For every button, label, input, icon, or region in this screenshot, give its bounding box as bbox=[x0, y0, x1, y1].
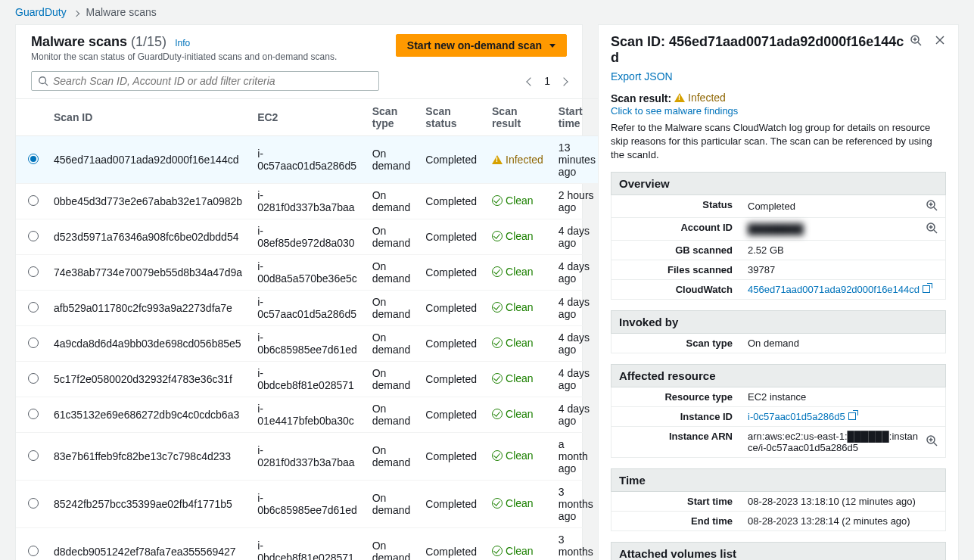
table-row[interactable]: 83e7b61ffeb9fc82be13c7c798c4d233i-0281f0… bbox=[16, 433, 603, 481]
table-row[interactable]: 61c35132e69e686272db9c4c0cdcb6a3i-01e441… bbox=[16, 397, 603, 433]
cell-scan-id: 83e7b61ffeb9fc82be13c7c798c4d233 bbox=[46, 433, 250, 481]
cell-ec2: i-01e4417bfeb0ba30c bbox=[250, 397, 365, 433]
overview-heading: Overview bbox=[611, 172, 946, 195]
cell-ec2: i-0b6c85985ee7d61ed bbox=[250, 326, 365, 362]
row-radio[interactable] bbox=[28, 154, 39, 164]
row-radio[interactable] bbox=[28, 231, 39, 241]
zoom-icon[interactable] bbox=[926, 222, 938, 236]
warning-icon bbox=[492, 155, 503, 164]
status-infected: Infected bbox=[492, 154, 543, 166]
row-radio[interactable] bbox=[28, 373, 39, 384]
cell-scan-id: 4a9cda8d6d4a9bb03de698cd056b85e5 bbox=[46, 326, 250, 362]
col-scan-result[interactable]: Scan result bbox=[484, 99, 551, 136]
cell-ec2: i-0281f0d337b3a7baa bbox=[250, 433, 365, 481]
row-radio[interactable] bbox=[28, 450, 39, 461]
instance-id-link[interactable]: i-0c57aac01d5a286d5 bbox=[748, 411, 857, 422]
col-scan-type[interactable]: Scan type bbox=[365, 99, 419, 136]
chevron-right-icon bbox=[74, 6, 79, 18]
cell-start-time: 4 days ago bbox=[551, 291, 603, 326]
col-scan-status[interactable]: Scan status bbox=[418, 99, 484, 136]
zoom-icon[interactable] bbox=[910, 34, 922, 48]
status-clean: Clean bbox=[492, 408, 534, 420]
cell-scan-status: Completed bbox=[418, 184, 484, 219]
breadcrumb: GuardDuty Malware scans bbox=[0, 0, 974, 24]
row-radio[interactable] bbox=[28, 266, 39, 277]
zoom-icon[interactable] bbox=[926, 199, 938, 213]
cell-scan-status: Completed bbox=[418, 362, 484, 397]
row-radio[interactable] bbox=[28, 195, 39, 206]
findings-link[interactable]: Click to see malware findings bbox=[611, 105, 738, 117]
cell-scan-type: On demand bbox=[365, 528, 419, 561]
cell-scan-result: Clean bbox=[484, 255, 551, 291]
cell-scan-result: Clean bbox=[484, 219, 551, 255]
cell-scan-result: Clean bbox=[484, 433, 551, 481]
cell-start-time: 3 months ago bbox=[551, 481, 603, 528]
cell-ec2: i-00d8a5a570be36e5c bbox=[250, 255, 365, 291]
status-clean: Clean bbox=[492, 337, 534, 349]
cell-start-time: 2 hours ago bbox=[551, 184, 603, 219]
check-circle-icon bbox=[492, 546, 503, 556]
cell-start-time: 4 days ago bbox=[551, 255, 603, 291]
cloudwatch-link[interactable]: 456ed71aad0071ada92d000f16e144cd bbox=[748, 284, 932, 295]
export-json-link[interactable]: Export JSON bbox=[611, 70, 673, 82]
page-prev-button[interactable] bbox=[527, 75, 534, 87]
table-row[interactable]: 85242fb257bcc35399ae02fb4f1771b5i-0b6c85… bbox=[16, 481, 603, 528]
page-title: Malware scans (1/15) Info bbox=[31, 34, 190, 49]
cell-scan-id: 456ed71aad0071ada92d000f16e144cd bbox=[46, 136, 250, 184]
row-radio[interactable] bbox=[28, 302, 39, 313]
cell-scan-status: Completed bbox=[418, 219, 484, 255]
table-row[interactable]: afb529a011780c2fc993a9a2273dfa7ei-0c57aa… bbox=[16, 291, 603, 326]
col-ec2[interactable]: EC2 bbox=[250, 99, 365, 136]
check-circle-icon bbox=[492, 231, 503, 241]
external-link-icon bbox=[848, 411, 857, 420]
cell-scan-result: Clean bbox=[484, 291, 551, 326]
cell-scan-result: Infected bbox=[484, 136, 551, 184]
cell-scan-status: Completed bbox=[418, 255, 484, 291]
svg-line-13 bbox=[934, 230, 937, 233]
status-clean: Clean bbox=[492, 194, 534, 207]
table-row[interactable]: 456ed71aad0071ada92d000f16e144cdi-0c57aa… bbox=[16, 136, 603, 184]
warning-icon bbox=[674, 93, 685, 102]
zoom-icon[interactable] bbox=[926, 434, 938, 449]
info-link[interactable]: Info bbox=[175, 38, 190, 48]
cell-scan-type: On demand bbox=[365, 291, 419, 326]
row-radio[interactable] bbox=[28, 409, 39, 419]
cell-scan-id: afb529a011780c2fc993a9a2273dfa7e bbox=[46, 291, 250, 326]
svg-point-0 bbox=[39, 77, 46, 84]
cell-scan-type: On demand bbox=[365, 219, 419, 255]
table-row[interactable]: d523d5971a76346a908fc6be02dbdd54i-08ef85… bbox=[16, 219, 603, 255]
cell-scan-status: Completed bbox=[418, 528, 484, 561]
pagination: 1 bbox=[527, 75, 567, 87]
table-row[interactable]: 0bbe45d3d773e2e67abab32e17a0982bi-0281f0… bbox=[16, 184, 603, 219]
page-next-button[interactable] bbox=[561, 75, 567, 87]
breadcrumb-parent[interactable]: GuardDuty bbox=[15, 6, 67, 18]
table-row[interactable]: 5c17f2e0580020d32932f4783e36c31fi-0bdceb… bbox=[16, 362, 603, 397]
start-scan-button[interactable]: Start new on-demand scan bbox=[396, 34, 567, 57]
detail-panel: Scan ID: 456ed71aad0071ada92d000f16e144c… bbox=[598, 24, 959, 560]
volumes-heading: Attached volumes list bbox=[611, 542, 946, 560]
search-input-wrapper[interactable] bbox=[31, 71, 379, 91]
cell-ec2: i-0281f0d337b3a7baa bbox=[250, 184, 365, 219]
check-circle-icon bbox=[492, 450, 503, 461]
col-start-time[interactable]: Start time bbox=[551, 99, 603, 136]
table-row[interactable]: 74e38ab7734e70079eb55d8b34a47d9ai-00d8a5… bbox=[16, 255, 603, 291]
cell-scan-result: Clean bbox=[484, 481, 551, 528]
cell-ec2: i-0b6c85985ee7d61ed bbox=[250, 481, 365, 528]
row-radio[interactable] bbox=[28, 498, 39, 509]
cell-scan-id: 0bbe45d3d773e2e67abab32e17a0982b bbox=[46, 184, 250, 219]
page-number: 1 bbox=[544, 75, 550, 87]
status-clean: Clean bbox=[492, 301, 534, 313]
table-row[interactable]: 4a9cda8d6d4a9bb03de698cd056b85e5i-0b6c85… bbox=[16, 326, 603, 362]
cell-scan-type: On demand bbox=[365, 362, 419, 397]
search-input[interactable] bbox=[53, 75, 372, 87]
row-radio[interactable] bbox=[28, 546, 39, 556]
cell-ec2: i-0c57aac01d5a286d5 bbox=[250, 136, 365, 184]
status-clean: Clean bbox=[492, 266, 534, 278]
selection-count: (1/15) bbox=[131, 34, 166, 49]
cell-scan-status: Completed bbox=[418, 481, 484, 528]
table-row[interactable]: d8decb9051242ef78afa7ea355569427i-0bdceb… bbox=[16, 528, 603, 561]
row-radio[interactable] bbox=[28, 338, 39, 348]
time-heading: Time bbox=[611, 468, 946, 492]
col-scan-id[interactable]: Scan ID bbox=[46, 99, 250, 136]
close-icon[interactable] bbox=[934, 34, 946, 48]
